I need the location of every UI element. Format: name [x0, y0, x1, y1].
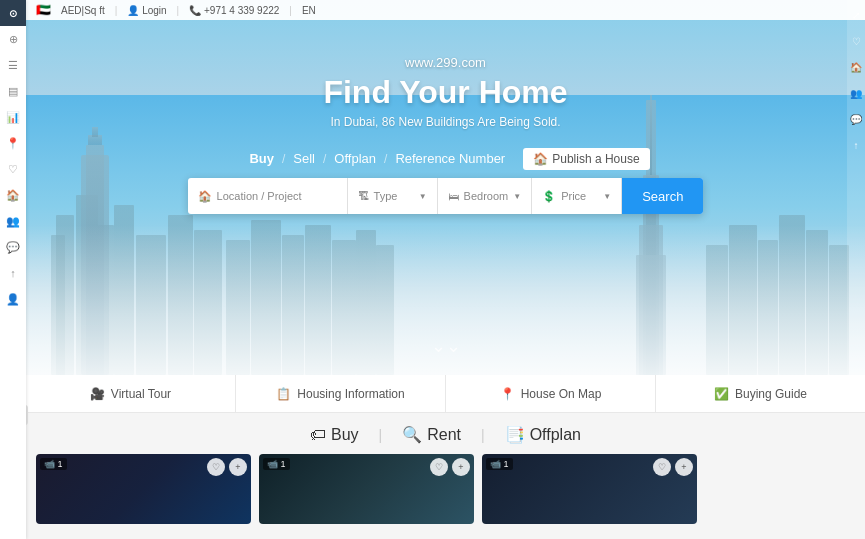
scroll-down-chevron[interactable]: ⌄⌄: [431, 335, 461, 357]
language-selector[interactable]: EN: [302, 5, 316, 16]
price-placeholder: Price: [561, 190, 586, 202]
flag-icon: 🇦🇪: [36, 3, 51, 17]
price-chevron-icon: ▼: [603, 192, 611, 201]
housing-info-label: Housing Information: [297, 387, 404, 401]
publish-label: Publish a House: [552, 152, 639, 166]
bottom-nav: 🎥 Virtual Tour 📋 Housing Information 📍 H…: [26, 375, 865, 413]
bedroom-chevron-icon: ▼: [513, 192, 521, 201]
location-icon: 🏠: [198, 190, 212, 203]
sidebar-icon-upload[interactable]: ↑: [0, 260, 26, 286]
video-badge: 📹 1: [40, 458, 67, 470]
right-icon-home[interactable]: 🏠: [847, 54, 865, 80]
checkmark-icon: ✅: [714, 387, 729, 401]
video-badge: 📹 1: [263, 458, 290, 470]
card-heart-button[interactable]: ♡: [207, 458, 225, 476]
card-add-button[interactable]: +: [675, 458, 693, 476]
property-cards-row: 📹 1 ♡ + 📹 1 ♡ + 📹 1 ♡ +: [26, 454, 865, 524]
sidebar-icon-location[interactable]: 📍: [0, 130, 26, 156]
bedroom-placeholder: Bedroom: [464, 190, 509, 202]
search-icon: 🔍: [402, 425, 422, 444]
hero-background: 🇦🇪 AED|Sq ft | 👤 Login | 📞 +971 4 339 92…: [26, 0, 865, 375]
bedroom-icon: 🛏: [448, 190, 459, 202]
buy-tab-label: Buy: [331, 426, 359, 444]
publish-button[interactable]: 🏠 Publish a House: [523, 148, 649, 170]
housing-info-link[interactable]: 📋 Housing Information: [236, 375, 446, 412]
right-icon-users[interactable]: 👥: [847, 80, 865, 106]
document-icon: 📑: [505, 425, 525, 444]
right-sidebar: ⤢ ♡ 🏠 👥 💬 ↑: [847, 0, 865, 380]
hero-section: 🇦🇪 AED|Sq ft | 👤 Login | 📞 +971 4 339 92…: [26, 0, 865, 375]
type-chevron-icon: ▼: [419, 192, 427, 201]
card-heart-button[interactable]: ♡: [653, 458, 671, 476]
tab-offplan[interactable]: Offplan: [326, 147, 384, 170]
right-icon-upload[interactable]: ↑: [847, 132, 865, 158]
property-card[interactable]: 📹 1 ♡ +: [482, 454, 697, 524]
sidebar-icon-menu[interactable]: ☰: [0, 52, 26, 78]
property-type-tabs: 🏷 Buy | 🔍 Rent | 📑 Offplan: [26, 413, 865, 444]
property-card[interactable]: 📹 1 ♡ +: [259, 454, 474, 524]
sidebar-icon-users[interactable]: 👥: [0, 208, 26, 234]
offplan-tab-label: Offplan: [530, 426, 581, 444]
buying-guide-label: Buying Guide: [735, 387, 807, 401]
right-icon-heart[interactable]: ♡: [847, 28, 865, 54]
rent-tab-label: Rent: [427, 426, 461, 444]
sidebar-icon-chat[interactable]: 💬: [0, 234, 26, 260]
property-card[interactable]: 📹 1 ♡ +: [36, 454, 251, 524]
house-map-label: House On Map: [521, 387, 602, 401]
type-placeholder: Type: [374, 190, 398, 202]
tag-icon: 🏷: [310, 426, 326, 444]
type-select[interactable]: 🏗 Type ▼: [348, 178, 438, 214]
map-pin-icon: 📍: [500, 387, 515, 401]
tab-sell[interactable]: Sell: [285, 147, 323, 170]
sidebar-icon-list[interactable]: ▤: [0, 78, 26, 104]
search-bar: 🏠 Location / Project 🏗 Type ▼ 🛏 Bedroom …: [188, 178, 704, 214]
prop-tab-offplan[interactable]: 📑 Offplan: [505, 425, 581, 444]
price-icon: 💲: [542, 190, 556, 203]
card-actions: ♡ +: [430, 458, 470, 476]
sidebar-icon-profile[interactable]: 👤: [0, 286, 26, 312]
hero-nav-tabs: Buy / Sell / Offplan / Reference Number …: [241, 147, 649, 170]
house-icon: 🏠: [533, 152, 548, 166]
hero-title: Find Your Home: [323, 74, 567, 111]
card-actions: ♡ +: [207, 458, 247, 476]
topbar: 🇦🇪 AED|Sq ft | 👤 Login | 📞 +971 4 339 92…: [26, 0, 865, 20]
type-icon: 🏗: [358, 190, 369, 202]
left-sidebar: ⊙ ⊕ ☰ ▤ 📊 📍 ♡ 🏠 👥 💬 ↑ 👤: [0, 0, 26, 539]
card-actions: ♡ +: [653, 458, 693, 476]
search-button[interactable]: Search: [622, 178, 703, 214]
tab-buy[interactable]: Buy: [241, 147, 282, 170]
properties-section: 🏷 Buy | 🔍 Rent | 📑 Offplan ⊖ More 📹 1 ♡ …: [26, 413, 865, 539]
logo[interactable]: ⊙: [0, 0, 26, 26]
site-url: www.299.com: [405, 55, 486, 70]
video-icon: 🎥: [90, 387, 105, 401]
right-icon-chat[interactable]: 💬: [847, 106, 865, 132]
card-add-button[interactable]: +: [452, 458, 470, 476]
sidebar-icon-home[interactable]: ⊕: [0, 26, 26, 52]
virtual-tour-label: Virtual Tour: [111, 387, 171, 401]
buying-guide-link[interactable]: ✅ Buying Guide: [656, 375, 865, 412]
hero-subtitle: In Dubai, 86 New Buildings Are Being Sol…: [330, 115, 560, 129]
card-heart-button[interactable]: ♡: [430, 458, 448, 476]
tab-reference[interactable]: Reference Number: [387, 147, 513, 170]
location-input[interactable]: 🏠 Location / Project: [188, 178, 348, 214]
sidebar-icon-chart[interactable]: 📊: [0, 104, 26, 130]
virtual-tour-link[interactable]: 🎥 Virtual Tour: [26, 375, 236, 412]
prop-tab-rent[interactable]: 🔍 Rent: [402, 425, 461, 444]
house-on-map-link[interactable]: 📍 House On Map: [446, 375, 656, 412]
price-select[interactable]: 💲 Price ▼: [532, 178, 622, 214]
right-icon-maximize[interactable]: ⤢: [847, 2, 865, 28]
login-button[interactable]: 👤 Login: [127, 5, 166, 16]
currency-selector[interactable]: AED|Sq ft: [61, 5, 105, 16]
bedroom-select[interactable]: 🛏 Bedroom ▼: [438, 178, 533, 214]
phone-number: 📞 +971 4 339 9222: [189, 5, 279, 16]
sidebar-icon-house[interactable]: 🏠: [0, 182, 26, 208]
hero-content: www.299.com Find Your Home In Dubai, 86 …: [26, 20, 865, 214]
video-badge: 📹 1: [486, 458, 513, 470]
location-placeholder: Location / Project: [217, 190, 302, 202]
clipboard-icon: 📋: [276, 387, 291, 401]
sidebar-icon-heart[interactable]: ♡: [0, 156, 26, 182]
prop-tab-buy[interactable]: 🏷 Buy: [310, 426, 359, 444]
card-add-button[interactable]: +: [229, 458, 247, 476]
